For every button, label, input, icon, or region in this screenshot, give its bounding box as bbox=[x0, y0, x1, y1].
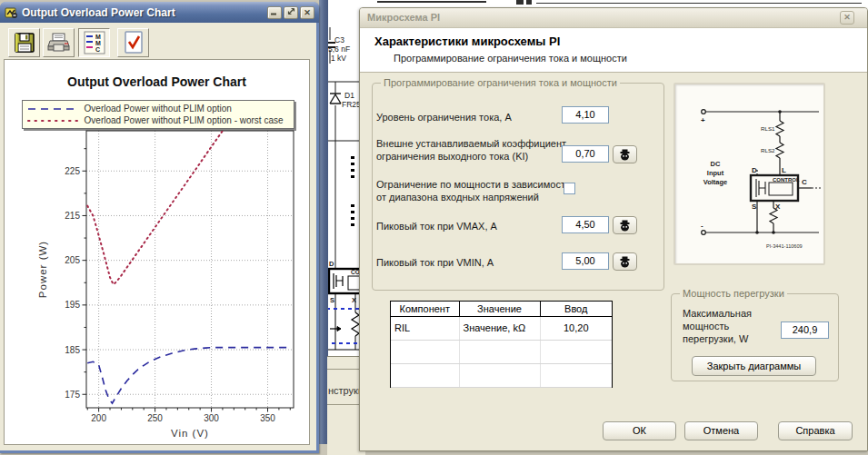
chart-panel: Output Overload Power Chart Overload Pow… bbox=[4, 59, 310, 445]
circuit-diagram: + - D L C S X RLS1 RLS2 CONTROL DC Input… bbox=[675, 84, 823, 263]
dc-label-3: Voltage bbox=[703, 178, 728, 186]
x-axis-label: Vin (V) bbox=[171, 428, 209, 439]
table-row bbox=[391, 363, 612, 387]
svg-text:215: 215 bbox=[65, 211, 80, 221]
dialog-header-subtitle: Программирование ограничения тока и мощн… bbox=[394, 53, 627, 64]
check-report-icon bbox=[124, 31, 144, 54]
table-cell[interactable]: Значение, kΩ bbox=[459, 316, 540, 340]
dialog-header-title: Характеристики микросхемы PI bbox=[374, 35, 560, 48]
legend-sample-icon bbox=[26, 105, 79, 113]
peak-vmax-wizard-button[interactable] bbox=[613, 216, 637, 234]
svg-text:205: 205 bbox=[65, 255, 80, 265]
table-cell[interactable] bbox=[540, 363, 612, 387]
minimize-button[interactable] bbox=[267, 6, 282, 19]
svg-text:195: 195 bbox=[65, 300, 80, 310]
dialog-close-button[interactable]: ✕ bbox=[840, 11, 854, 25]
max-power-input[interactable]: 240,9 bbox=[781, 321, 829, 339]
save-button[interactable] bbox=[8, 28, 40, 57]
peak-vmin-input[interactable]: 5,00 bbox=[562, 252, 609, 270]
mmc-list-button[interactable]: M M C bbox=[78, 28, 110, 57]
series-plim bbox=[87, 348, 290, 404]
svg-text:200: 200 bbox=[91, 413, 106, 423]
value-label: 5,6 nF bbox=[328, 45, 350, 54]
window-title: Output Overload Power Chart bbox=[22, 6, 265, 19]
dc-label-2: Input bbox=[707, 169, 724, 177]
col-header-value: Значение bbox=[459, 302, 540, 316]
part-label: FR25 bbox=[342, 100, 361, 109]
pin-label: X bbox=[352, 296, 356, 304]
max-power-label: Максимальная мощность перегрузки, W bbox=[683, 307, 773, 345]
control-label: CONTROL bbox=[773, 177, 800, 183]
ki-wizard-button[interactable] bbox=[613, 145, 637, 163]
check-report-button[interactable] bbox=[117, 28, 149, 57]
ok-button[interactable]: ОК bbox=[603, 421, 676, 440]
print-button[interactable] bbox=[43, 28, 75, 57]
svg-text:300: 300 bbox=[204, 413, 219, 423]
component-table-header: Компонент Значение Ввод bbox=[391, 302, 612, 316]
pin-d-label: D bbox=[752, 166, 757, 174]
group-overload-label: Мощность перегрузки bbox=[680, 288, 787, 299]
help-button[interactable]: Справка bbox=[778, 421, 853, 440]
dialog-header: Характеристики микросхемы PI Программиро… bbox=[360, 28, 867, 73]
chart-grid bbox=[86, 131, 294, 408]
wizard-icon bbox=[619, 256, 631, 268]
pin-x-label: X bbox=[775, 203, 781, 211]
pin-l-label: L bbox=[782, 166, 786, 174]
chart-window-titlebar[interactable]: Output Overload Power Chart ✕ bbox=[0, 2, 319, 23]
maximize-restore-button[interactable] bbox=[284, 6, 298, 19]
dc-label-1: DC bbox=[711, 160, 721, 168]
group-overload: Мощность перегрузки Максимальная мощност… bbox=[671, 293, 839, 381]
table-cell[interactable]: 10,20 bbox=[540, 316, 612, 340]
pin-s-label: S bbox=[752, 203, 757, 211]
close-button[interactable]: ✕ bbox=[300, 6, 314, 19]
ki-label: Внешне устанавливаемый коэффициент огран… bbox=[376, 137, 573, 163]
svg-text:175: 175 bbox=[65, 390, 80, 400]
ref-label: C3 bbox=[334, 35, 344, 45]
background-wire bbox=[377, 1, 486, 3]
svg-text:185: 185 bbox=[65, 345, 80, 355]
chart-series bbox=[87, 131, 290, 403]
svg-text:M: M bbox=[95, 34, 101, 40]
plim-checkbox[interactable] bbox=[564, 183, 575, 194]
table-cell[interactable] bbox=[391, 363, 459, 387]
rls2-label: RLS2 bbox=[761, 147, 775, 153]
col-header-input: Ввод bbox=[540, 302, 612, 316]
component-table: Компонент Значение Ввод RILЗначение, kΩ1… bbox=[390, 301, 613, 388]
dialog-titlebar[interactable]: Микросхема PI ✕ bbox=[360, 8, 867, 28]
table-cell[interactable] bbox=[459, 340, 540, 363]
legend-label: Overload Power without PLIM option bbox=[79, 104, 232, 114]
chart-window: Output Overload Power Chart ✕ bbox=[0, 2, 319, 453]
close-diagrams-button[interactable]: Закрыть диаграммы bbox=[692, 356, 816, 376]
dialog-title: Микросхема PI bbox=[367, 12, 440, 23]
wizard-icon bbox=[619, 149, 631, 161]
background-wire bbox=[536, 3, 862, 4]
chart-legend: Overload Power without PLIM option Overl… bbox=[22, 100, 294, 129]
plim-checkbox-label: Ограничение по мощности в зависимости от… bbox=[376, 178, 573, 203]
peak-vmax-input[interactable]: 4,50 bbox=[562, 216, 609, 233]
circuit-illustration-panel: + - D L C S X RLS1 RLS2 CONTROL DC Input… bbox=[673, 83, 825, 265]
cancel-button[interactable]: Отмена bbox=[684, 421, 758, 440]
svg-text:225: 225 bbox=[65, 166, 80, 176]
table-cell[interactable]: RIL bbox=[391, 316, 459, 340]
svg-text:C: C bbox=[95, 46, 100, 53]
pi-chip-dialog: Микросхема PI ✕ Характеристики микросхем… bbox=[359, 7, 868, 451]
svg-text:250: 250 bbox=[147, 413, 163, 423]
y-axis-label: Power (W) bbox=[37, 241, 48, 298]
table-cell[interactable] bbox=[540, 340, 612, 363]
rating-label: 1 kV bbox=[331, 54, 346, 63]
table-cell[interactable] bbox=[391, 340, 459, 363]
peak-vmax-label: Пиковый ток при VMAX, А bbox=[376, 220, 563, 232]
pin-label: S bbox=[330, 296, 334, 304]
svg-text:M: M bbox=[95, 40, 101, 46]
current-limit-input[interactable]: 4,10 bbox=[562, 106, 609, 124]
part-number: PI-3441-110609 bbox=[766, 243, 803, 249]
ki-input[interactable]: 0,70 bbox=[562, 145, 609, 163]
print-icon bbox=[47, 32, 71, 54]
pin-c-label: C bbox=[802, 178, 807, 186]
save-icon bbox=[14, 32, 35, 54]
window-icon bbox=[5, 5, 18, 19]
table-row: RILЗначение, kΩ10,20 bbox=[391, 316, 612, 340]
table-cell[interactable] bbox=[459, 363, 540, 387]
peak-vmin-wizard-button[interactable] bbox=[613, 252, 637, 271]
background-component bbox=[516, 0, 524, 5]
